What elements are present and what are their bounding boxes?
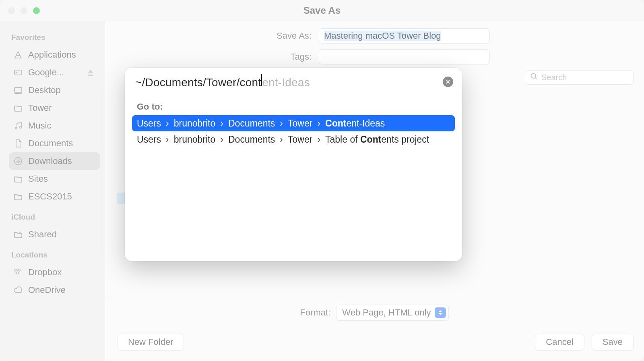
goto-path-input[interactable]: ~/Documents/Tower/content-Ideas	[135, 74, 438, 89]
sidebar-item-downloads[interactable]: Downloads	[9, 152, 100, 170]
sidebar-item-shared[interactable]: Shared	[9, 226, 100, 243]
tags-field[interactable]	[319, 49, 490, 64]
finder-sidebar: FavoritesApplicationsGoogle...DesktopTow…	[0, 21, 105, 361]
goto-typed-text: ~/Documents/Tower/cont	[135, 76, 261, 89]
sidebar-item-label: OneDrive	[28, 285, 96, 295]
folder-icon	[13, 103, 23, 113]
app-icon	[13, 50, 23, 60]
save-button[interactable]: Save	[592, 334, 634, 351]
svg-point-7	[20, 127, 21, 128]
sidebar-item-desktop[interactable]: Desktop	[9, 81, 100, 99]
goto-folder-popover: ~/Documents/Tower/content-Ideas Go to: U…	[125, 68, 462, 261]
goto-section-label: Go to:	[125, 95, 462, 115]
saveas-label: Save As:	[259, 31, 312, 41]
clear-input-button[interactable]	[443, 77, 453, 87]
chevron-right-icon: ›	[315, 134, 323, 145]
sidebar-item-google-[interactable]: Google...	[9, 64, 100, 81]
music-icon	[13, 120, 23, 131]
sidebar-section-label: iCloud	[11, 213, 100, 222]
sidebar-item-label: Applications	[28, 50, 96, 60]
sidebar-item-label: Desktop	[28, 85, 96, 95]
tags-label: Tags:	[259, 52, 312, 62]
sidebar-item-tower[interactable]: Tower	[9, 99, 100, 117]
cloud-icon	[13, 285, 23, 295]
chevron-right-icon: ›	[218, 134, 226, 145]
sidebar-item-documents[interactable]: Documents	[9, 135, 100, 152]
svg-line-11	[535, 78, 537, 79]
folder-icon	[13, 191, 23, 202]
path-segment: Users	[137, 118, 161, 129]
sidebar-item-onedrive[interactable]: OneDrive	[9, 281, 100, 299]
format-label: Format:	[300, 307, 331, 318]
goto-autocomplete-suffix: ent-Ideas	[262, 76, 310, 89]
sidebar-item-label: Dropbox	[28, 267, 96, 278]
path-segment: Tower	[288, 118, 312, 129]
goto-result-item[interactable]: Users›brunobrito›Documents›Tower›Table o…	[132, 131, 455, 147]
saveas-filename-field[interactable]: Mastering macOS Tower Blog	[319, 28, 490, 44]
path-segment: Tower	[288, 134, 312, 145]
svg-point-2	[16, 72, 17, 73]
shared-icon	[13, 229, 23, 240]
download-icon	[13, 156, 23, 166]
search-input[interactable]	[541, 73, 628, 82]
sidebar-item-applications[interactable]: Applications	[9, 46, 100, 64]
path-segment: brunobrito	[174, 118, 216, 129]
titlebar: Save As	[0, 0, 644, 21]
path-segment: Content-Ideas	[325, 118, 385, 129]
chevron-right-icon: ›	[218, 118, 226, 129]
sidebar-item-sites[interactable]: Sites	[9, 170, 100, 188]
search-field[interactable]	[525, 70, 634, 85]
sidebar-item-label: ESCS2015	[28, 191, 96, 202]
sidebar-item-label: Tower	[28, 103, 96, 113]
path-segment: Users	[137, 134, 161, 145]
format-value: Web Page, HTML only	[342, 307, 431, 318]
goto-results-list: Users›brunobrito›Documents›Tower›Content…	[125, 115, 462, 147]
chevron-right-icon: ›	[163, 118, 171, 129]
svg-point-9	[19, 232, 21, 234]
path-segment: Documents	[228, 134, 275, 145]
chevron-right-icon: ›	[315, 118, 323, 129]
sidebar-item-label: Music	[28, 120, 96, 131]
chevron-right-icon: ›	[277, 134, 285, 145]
sidebar-item-music[interactable]: Music	[9, 117, 100, 135]
popup-caret-icon	[435, 307, 446, 318]
saveas-filename-value: Mastering macOS Tower Blog	[324, 31, 441, 41]
sidebar-item-escs2015[interactable]: ESCS2015	[9, 188, 100, 205]
drive-icon	[13, 67, 23, 78]
chevron-right-icon: ›	[277, 118, 285, 129]
path-segment: brunobrito	[174, 134, 216, 145]
svg-rect-4	[14, 87, 22, 92]
sidebar-item-label: Shared	[28, 229, 96, 240]
folder-icon	[13, 174, 23, 184]
svg-point-10	[531, 74, 536, 79]
format-popup-button[interactable]: Web Page, HTML only	[336, 305, 449, 321]
doc-icon	[13, 138, 23, 149]
chevron-right-icon: ›	[163, 134, 171, 145]
svg-rect-3	[88, 75, 93, 76]
path-segment: Table of Contents project	[325, 134, 429, 145]
sidebar-section-label: Locations	[11, 251, 100, 259]
sidebar-item-label: Downloads	[28, 156, 96, 166]
sidebar-item-label: Documents	[28, 138, 96, 149]
eject-icon[interactable]	[85, 67, 96, 78]
desktop-icon	[13, 85, 23, 95]
search-icon	[530, 73, 538, 82]
svg-point-6	[15, 127, 17, 129]
dropbox-icon	[13, 267, 23, 278]
sidebar-item-label: Google...	[28, 67, 80, 78]
sidebar-item-label: Sites	[28, 174, 96, 184]
goto-result-item[interactable]: Users›brunobrito›Documents›Tower›Content…	[132, 115, 455, 131]
sidebar-item-dropbox[interactable]: Dropbox	[9, 263, 100, 281]
cancel-button[interactable]: Cancel	[535, 334, 584, 351]
window-title: Save As	[0, 5, 644, 16]
new-folder-button[interactable]: New Folder	[117, 334, 184, 351]
sidebar-section-label: Favorites	[11, 33, 100, 42]
path-segment: Documents	[228, 118, 275, 129]
